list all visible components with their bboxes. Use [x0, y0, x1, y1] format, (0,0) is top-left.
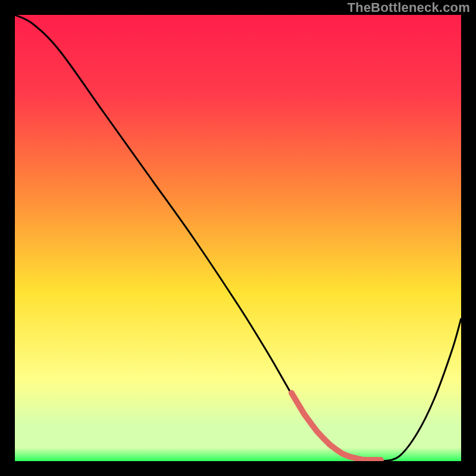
plot-area: [15, 15, 461, 461]
bottleneck-curve: [15, 15, 461, 461]
optimal-range-marker: [292, 393, 381, 461]
curve-line: [15, 15, 461, 461]
watermark-text: TheBottleneck.com: [347, 0, 470, 15]
chart-frame: TheBottleneck.com: [0, 0, 476, 476]
